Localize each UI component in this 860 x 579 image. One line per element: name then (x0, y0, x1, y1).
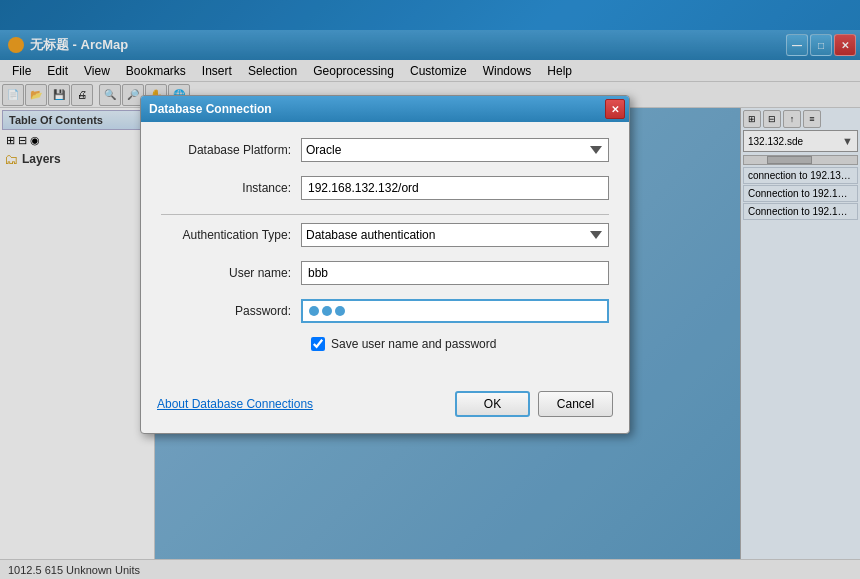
instance-control (301, 176, 609, 200)
database-platform-row: Database Platform: Oracle (161, 138, 609, 162)
database-platform-select[interactable]: Oracle (301, 138, 609, 162)
password-row: Password: (161, 299, 609, 323)
auth-type-row: Authentication Type: Database authentica… (161, 223, 609, 247)
username-label: User name: (161, 266, 301, 280)
dialog-buttons: OK Cancel (455, 391, 613, 417)
dialog-footer: About Database Connections OK Cancel (141, 383, 629, 433)
password-dots-display[interactable] (301, 299, 609, 323)
auth-type-label: Authentication Type: (161, 228, 301, 242)
username-control (301, 261, 609, 285)
username-row: User name: (161, 261, 609, 285)
dot3 (335, 306, 345, 316)
database-platform-label: Database Platform: (161, 143, 301, 157)
username-input[interactable] (301, 261, 609, 285)
dot2 (322, 306, 332, 316)
separator (161, 214, 609, 215)
save-credentials-row: Save user name and password (311, 337, 609, 351)
ok-button[interactable]: OK (455, 391, 530, 417)
dialog-close-button[interactable]: ✕ (605, 99, 625, 119)
instance-label: Instance: (161, 181, 301, 195)
save-credentials-checkbox[interactable] (311, 337, 325, 351)
database-connection-dialog: Database Connection ✕ Database Platform:… (140, 95, 630, 434)
password-control (301, 299, 609, 323)
dot1 (309, 306, 319, 316)
dialog-title: Database Connection (149, 102, 272, 116)
about-link[interactable]: About Database Connections (157, 397, 313, 411)
cancel-button[interactable]: Cancel (538, 391, 613, 417)
save-credentials-label: Save user name and password (331, 337, 496, 351)
database-platform-control: Oracle (301, 138, 609, 162)
auth-type-select[interactable]: Database authentication (301, 223, 609, 247)
dialog-overlay: Database Connection ✕ Database Platform:… (0, 0, 860, 579)
instance-input[interactable] (301, 176, 609, 200)
instance-row: Instance: (161, 176, 609, 200)
auth-type-control: Database authentication (301, 223, 609, 247)
dialog-body: Database Platform: Oracle Instance: Auth… (141, 122, 629, 383)
dialog-titlebar: Database Connection ✕ (141, 96, 629, 122)
password-label: Password: (161, 304, 301, 318)
